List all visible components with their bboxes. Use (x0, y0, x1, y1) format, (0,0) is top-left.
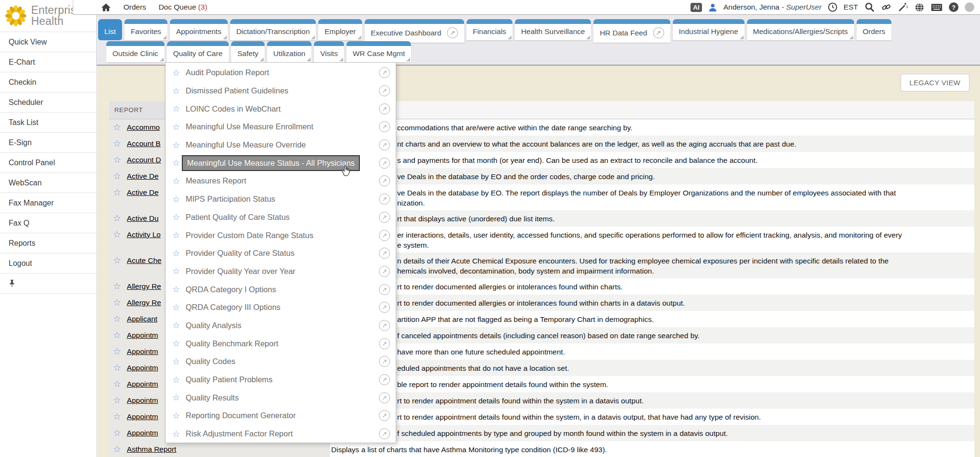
open-new-window-icon[interactable]: ↗ (379, 356, 390, 367)
tab[interactable]: Quality of Care (167, 41, 229, 64)
open-new-window-icon[interactable]: ↗ (379, 158, 390, 169)
legacy-view-button[interactable]: LEGACY VIEW (901, 74, 969, 91)
open-new-window-icon[interactable]: ↗ (379, 428, 390, 439)
report-link[interactable]: Appointm (127, 428, 158, 438)
link-icon[interactable] (881, 2, 891, 12)
tab[interactable]: HR Data Feed ↗ (593, 19, 670, 43)
tab[interactable]: Favorites (124, 19, 167, 43)
report-link[interactable]: Account B (127, 138, 161, 149)
favorite-star-icon[interactable]: ☆ (171, 194, 181, 205)
home-icon[interactable] (101, 2, 111, 12)
open-new-window-icon[interactable]: ↗ (379, 103, 390, 114)
open-new-window-icon[interactable]: ↗ (379, 410, 390, 421)
favorite-star-icon[interactable]: ☆ (171, 140, 181, 150)
dropdown-item[interactable]: ☆ QRDA Category III Options ↗ (166, 298, 396, 317)
sidebar-item[interactable]: E-Chart (0, 52, 96, 72)
open-new-window-icon[interactable]: ↗ (379, 302, 390, 313)
help-icon[interactable]: ? (949, 2, 958, 12)
report-link[interactable]: Active Du (127, 213, 158, 223)
favorite-star-icon[interactable]: ☆ (171, 320, 181, 331)
favorite-star-icon[interactable]: ☆ (171, 375, 181, 385)
dropdown-item[interactable]: ☆ Quality Patient Problems ↗ (166, 371, 396, 389)
dropdown-item[interactable]: ☆ Patient Quality of Care Status ↗ (166, 208, 396, 227)
ai-badge[interactable]: AI (690, 3, 702, 12)
favorite-star-icon[interactable]: ☆ (113, 171, 121, 181)
favorite-star-icon[interactable]: ☆ (171, 302, 181, 313)
open-new-window-icon[interactable]: ↗ (379, 175, 390, 186)
open-new-window-icon[interactable]: ↗ (379, 85, 390, 96)
open-new-window-icon[interactable]: ↗ (379, 212, 390, 223)
search-icon[interactable] (864, 2, 875, 12)
sidebar-item[interactable]: Fax Q (0, 213, 96, 233)
favorite-star-icon[interactable]: ☆ (171, 338, 181, 349)
favorite-star-icon[interactable]: ☆ (171, 248, 181, 259)
report-link[interactable]: Appointm (127, 395, 158, 405)
favorite-star-icon[interactable]: ☆ (113, 281, 121, 291)
favorite-star-icon[interactable]: ☆ (171, 266, 181, 276)
report-link[interactable]: Asthma Report (127, 444, 176, 454)
report-link[interactable]: Activity Lo (127, 229, 161, 240)
tab[interactable]: Appointments (170, 19, 228, 43)
sidebar-item[interactable]: E-Sign (0, 133, 96, 153)
report-link[interactable]: Account D (127, 155, 161, 165)
tab[interactable]: Orders (857, 19, 891, 43)
open-new-window-icon[interactable]: ↗ (379, 121, 390, 132)
favorite-star-icon[interactable]: ☆ (113, 155, 121, 165)
favorite-star-icon[interactable]: ☆ (113, 363, 121, 373)
favorite-star-icon[interactable]: ☆ (171, 86, 181, 96)
sidebar-item[interactable]: Control Panel (0, 153, 96, 173)
magic-wand-icon[interactable] (898, 2, 908, 12)
favorite-star-icon[interactable]: ☆ (171, 230, 181, 240)
favorite-star-icon[interactable]: ☆ (113, 330, 121, 340)
sidebar-item[interactable]: WebScan (0, 173, 96, 193)
dropdown-item[interactable]: ☆ Quality Results ↗ (166, 388, 396, 407)
dropdown-item[interactable]: ☆ Meaningful Use Measure Enrollment ↗ (166, 118, 396, 136)
open-new-window-icon[interactable]: ↗ (379, 392, 390, 403)
sidebar-item[interactable]: Task List (0, 113, 96, 133)
tab[interactable]: Health Surveillance (515, 19, 591, 43)
tab[interactable]: Outside Clinic (106, 41, 165, 64)
favorite-star-icon[interactable]: ☆ (113, 297, 121, 308)
dropdown-item[interactable]: ☆ Quality Benchmark Report ↗ (166, 334, 396, 353)
report-link[interactable]: Allergy Re (127, 281, 161, 291)
favorite-star-icon[interactable]: ☆ (113, 314, 121, 324)
open-new-window-icon[interactable]: ↗ (379, 139, 390, 150)
dropdown-item[interactable]: ☆ Dismissed Patient Guidelines ↗ (166, 82, 396, 100)
favorite-star-icon[interactable]: ☆ (113, 411, 121, 422)
tab[interactable]: Dictation/Transcription (230, 19, 316, 43)
favorite-star-icon[interactable]: ☆ (171, 392, 181, 403)
dropdown-item[interactable]: ☆ Measures Report ↗ (166, 172, 396, 190)
favorite-star-icon[interactable]: ☆ (171, 429, 181, 439)
favorite-star-icon[interactable]: ☆ (171, 68, 181, 78)
report-link[interactable]: Appointm (127, 363, 158, 373)
dropdown-item[interactable]: ☆ QRDA Category I Options ↗ (166, 280, 396, 298)
report-link[interactable]: Appointm (127, 411, 158, 422)
tab[interactable]: WR Case Mgmt (346, 41, 411, 64)
dropdown-item[interactable]: ☆ Quality Codes ↗ (166, 353, 396, 371)
open-new-window-icon[interactable]: ↗ (379, 338, 390, 349)
sidebar-item[interactable]: Logout (0, 253, 96, 274)
tab[interactable]: Medications/Allergies/Scripts (747, 19, 854, 43)
favorite-star-icon[interactable]: ☆ (113, 255, 121, 265)
sidebar-item[interactable]: Fax Manager (0, 193, 96, 213)
open-new-window-icon[interactable]: ↗ (379, 194, 390, 205)
favorite-star-icon[interactable]: ☆ (113, 379, 121, 389)
open-new-window-icon[interactable]: ↗ (379, 284, 390, 295)
favorite-star-icon[interactable]: ☆ (113, 428, 121, 438)
report-link[interactable]: Active De (127, 171, 158, 181)
clock-icon[interactable] (828, 2, 837, 12)
favorite-star-icon[interactable]: ☆ (113, 187, 121, 197)
dropdown-item[interactable]: ☆ LOINC Codes in WebChart ↗ (166, 100, 396, 118)
open-new-window-icon[interactable]: ↗ (379, 266, 390, 277)
dropdown-item[interactable]: ☆ Provider Quality of Care Status ↗ (166, 244, 396, 263)
open-new-window-icon[interactable]: ↗ (653, 27, 664, 38)
sidebar-item[interactable]: Checkin (0, 72, 96, 92)
open-new-window-icon[interactable]: ↗ (379, 248, 390, 259)
favorite-star-icon[interactable]: ☆ (113, 346, 121, 356)
breadcrumb-orders-link[interactable]: Orders (123, 3, 146, 11)
favorite-star-icon[interactable]: ☆ (113, 138, 121, 149)
favorite-star-icon[interactable]: ☆ (113, 213, 121, 223)
dropdown-item[interactable]: ☆ Quality Analysis ↗ (166, 317, 396, 335)
dropdown-item[interactable]: ☆ Risk Adjustment Factor Report ↗ (166, 425, 396, 443)
report-link[interactable]: Appointm (127, 346, 158, 356)
